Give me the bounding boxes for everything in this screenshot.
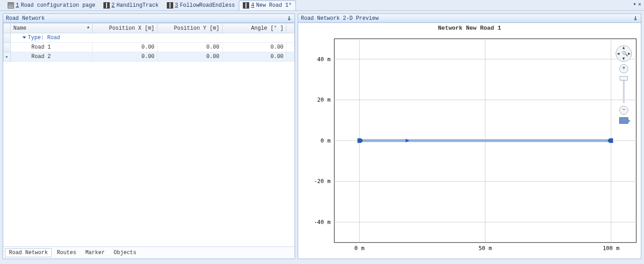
- svg-text:0 m: 0 m: [321, 138, 331, 144]
- zoom-in-button[interactable]: +: [619, 64, 628, 73]
- svg-text:-40 m: -40 m: [314, 219, 331, 225]
- pin-icon[interactable]: [286, 16, 292, 21]
- pan-pad: ▲ ▼ ◀ ▶ 🔍: [616, 45, 632, 62]
- road-grid[interactable]: Name ▲ Position X [m] Position Y [m] Ang…: [3, 23, 295, 247]
- pan-down-button[interactable]: ▼: [622, 57, 625, 61]
- workspace: Road Network Name ▲ Position X [m]: [0, 11, 644, 262]
- svg-rect-0: [289, 19, 290, 21]
- pan-right-button[interactable]: ▶: [628, 51, 631, 56]
- tab-road-config[interactable]: 1 Road configuration page: [4, 0, 99, 10]
- road-end-marker[interactable]: [608, 139, 613, 143]
- zoom-slider-track[interactable]: [623, 76, 625, 103]
- road-icon: [243, 2, 249, 9]
- road-network-2d-preview-panel: Road Network 2-D Preview Network New Roa…: [298, 13, 641, 259]
- group-type-road[interactable]: Type: Road: [10, 33, 294, 43]
- tab-accelerator: 2: [112, 2, 115, 9]
- document-tabstrip: 1 Road configuration page 2 HandlingTrac…: [0, 0, 644, 11]
- tab-label: FollowRoadEndless: [180, 2, 235, 9]
- chart-title: Network New Road 1: [298, 23, 641, 33]
- table-row[interactable]: Road 1 0.00 0.00 0.00: [4, 43, 295, 52]
- config-icon: [8, 2, 14, 9]
- svg-rect-1: [635, 19, 636, 21]
- zoom-slider-thumb[interactable]: [620, 76, 628, 81]
- cell-angle[interactable]: 0.00: [222, 43, 286, 52]
- sort-asc-icon: ▲: [87, 25, 89, 30]
- camera-icon[interactable]: [619, 117, 628, 124]
- svg-text:20 m: 20 m: [317, 97, 331, 103]
- tab-label: Road configuration page: [21, 2, 95, 9]
- bottom-tab-road-network[interactable]: Road Network: [5, 248, 52, 257]
- pan-left-button[interactable]: ◀: [617, 51, 619, 56]
- tab-followroadendless[interactable]: 3 FollowRoadEndless: [163, 0, 239, 10]
- road-network-panel: Road Network Name ▲ Position X [m]: [3, 13, 295, 259]
- cell-name[interactable]: Road 2: [10, 52, 92, 62]
- cell-name[interactable]: Road 1: [10, 43, 92, 52]
- zoom-out-button[interactable]: −: [619, 106, 628, 115]
- chart-area[interactable]: Network New Road 1 40 m 20 m 0 m -20 m: [298, 23, 641, 259]
- tab-new-road-1[interactable]: 4 New Road 1*: [239, 0, 295, 10]
- pan-up-button[interactable]: ▲: [622, 46, 625, 50]
- collapse-icon: [22, 36, 26, 39]
- tab-label: HandlingTrack: [116, 2, 159, 9]
- zoom-fit-button[interactable]: 🔍: [622, 51, 628, 57]
- col-position-x[interactable]: Position X [m]: [93, 23, 157, 33]
- bottom-tab-marker[interactable]: Marker: [81, 248, 109, 257]
- table-row[interactable]: Road 2 0.00 0.00 0.00: [4, 52, 295, 62]
- row-header-col: [4, 23, 11, 33]
- tab-accelerator: 3: [175, 2, 178, 9]
- bottom-tab-routes[interactable]: Routes: [53, 248, 80, 257]
- col-position-y[interactable]: Position Y [m]: [157, 23, 222, 33]
- bottom-tab-objects[interactable]: Objects: [110, 248, 140, 257]
- road-start-marker[interactable]: [358, 139, 363, 143]
- cell-posy[interactable]: 0.00: [157, 43, 222, 52]
- chart-svg: 40 m 20 m 0 m -20 m -40 m 0 m 50 m 100 m: [298, 33, 641, 257]
- svg-text:50 m: 50 m: [479, 245, 492, 251]
- cell-angle[interactable]: 0.00: [222, 52, 286, 62]
- tab-label: New Road 1*: [256, 2, 292, 9]
- scrollbar-gutter: [286, 23, 295, 33]
- left-bottom-tabs: Road Network Routes Marker Objects: [3, 247, 295, 259]
- svg-text:0 m: 0 m: [354, 245, 364, 251]
- cell-posx[interactable]: 0.00: [93, 52, 157, 62]
- cell-posx[interactable]: 0.00: [93, 43, 157, 52]
- tab-overflow-dropdown[interactable]: ▾: [633, 1, 636, 8]
- tab-accelerator: 1: [16, 2, 19, 9]
- col-angle[interactable]: Angle [° ]: [222, 23, 286, 33]
- row-header-selected: [4, 52, 11, 62]
- close-tab-button[interactable]: ✕: [638, 1, 641, 8]
- road-icon: [103, 2, 110, 9]
- road-icon: [167, 2, 173, 9]
- svg-text:40 m: 40 m: [317, 56, 331, 63]
- row-header: [4, 33, 11, 43]
- panel-title-text: Road Network: [6, 15, 45, 22]
- col-name[interactable]: Name ▲: [10, 23, 92, 33]
- tab-accelerator: 4: [251, 2, 254, 9]
- svg-text:-20 m: -20 m: [314, 178, 331, 184]
- tab-handlingtrack[interactable]: 2 HandlingTrack: [99, 0, 163, 10]
- cell-posy[interactable]: 0.00: [157, 52, 222, 62]
- svg-text:100 m: 100 m: [603, 245, 619, 251]
- pin-icon[interactable]: [633, 16, 638, 21]
- panel-title-text: Road Network 2-D Preview: [301, 15, 379, 22]
- view-nav-widget: ▲ ▼ ◀ ▶ 🔍 + −: [615, 45, 633, 124]
- row-header: [4, 43, 11, 52]
